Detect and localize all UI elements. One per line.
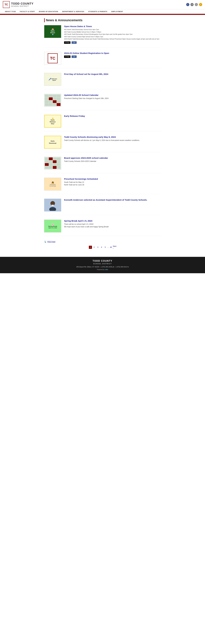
school-name-line1: TODD COUNTY (11, 2, 33, 5)
page-item-4[interactable]: 4 (100, 246, 103, 249)
news-body-registration: 2024-25 Online Student Registration Is O… (64, 52, 161, 65)
translate-icon[interactable]: A (199, 3, 202, 6)
news-title-spring-break[interactable]: Spring Break April 1-5, 2024 (64, 220, 161, 222)
news-item-preschool-screenings: 👧 PreschoolScreenings Preschool Screenin… (44, 178, 161, 194)
top-icons: f ✉ ⌕ A (186, 3, 202, 6)
facebook-icon[interactable]: f (186, 3, 189, 6)
logo-area: TC TODD COUNTY SCHOOL DISTRICT (3, 1, 33, 8)
email-icon[interactable]: ✉ (191, 3, 194, 6)
nav-item-board[interactable]: BOARD OF EDUCATION (37, 9, 60, 14)
logo-letters: TC (4, 3, 8, 6)
footer-edlio: Powered by edlio (3, 269, 202, 270)
news-title-early-release[interactable]: Early Release Friday (64, 115, 161, 117)
news-title-board-calendar[interactable]: Board approves 2024-2025 school calendar (64, 157, 161, 159)
school-logo: TC (3, 1, 10, 8)
footer-address: 205 Airport Rd. Elkton, KY 42220 (76, 266, 99, 268)
footer-contact: 205 Airport Rd. Elkton, KY 42220 | (270)… (3, 266, 202, 268)
news-title-kenneth-anderson[interactable]: Kenneth Anderson selected as Assistant S… (64, 199, 161, 201)
tc-logo-registration: TC (48, 53, 58, 63)
school-name-block: TODD COUNTY SCHOOL DISTRICT (11, 2, 33, 7)
news-text-school-calendar: Preschool Starting Date has changed to A… (64, 97, 161, 100)
news-thumb-early-dismissal: EarlyDismissal (44, 136, 61, 148)
school-name-line2: SCHOOL DISTRICT (11, 5, 33, 7)
footer-school-sub: SCHOOL DISTRICT (3, 263, 202, 264)
main-nav: ABOUT TCSD FACULTY & STAFF BOARD OF EDUC… (0, 9, 205, 14)
nav-item-department[interactable]: DEPARTMENT & SERVICES (60, 9, 86, 14)
news-item-spring-break: 🌸 Spring Break April 1-5, 2024 Spring Br… (44, 220, 161, 236)
news-title-preschool-screenings[interactable]: Preschool Screenings Scheduled (64, 178, 161, 180)
person-photo-svg (47, 199, 58, 211)
news-title-first-day[interactable]: First Day of School set for August 9th, … (64, 73, 161, 75)
search-icon[interactable]: ⌕ (195, 3, 198, 6)
page-item-1[interactable]: 1 (89, 246, 92, 249)
news-body-kenneth-anderson: Kenneth Anderson selected as Assistant S… (64, 199, 161, 212)
news-item-early-release: 🟡 EarlyReleaseDay! Early Release Friday (44, 115, 161, 131)
news-item-open-house: 🏫 OpenHouse 🌍 Open House Dates & Times •… (44, 25, 161, 47)
news-thumb-early-release: 🟡 EarlyReleaseDay! (44, 115, 61, 128)
page-ellipsis: ... (107, 246, 109, 248)
pagination: 1 2 3 4 5 ... 48 Next › (44, 246, 161, 249)
news-actions-registration: X Post Like (64, 56, 161, 58)
news-title-open-house[interactable]: Open House Dates & Times (64, 25, 161, 28)
news-thumb-open-house: 🏫 OpenHouse 🌍 (44, 25, 61, 38)
nav-item-faculty[interactable]: FACULTY & STAFF (18, 9, 37, 14)
news-body-preschool-screenings: Preschool Screenings Scheduled South Tod… (64, 178, 161, 190)
heading-accent-bar (44, 18, 45, 22)
footer-edlio-label: edlio (105, 269, 108, 270)
news-body-spring-break: Spring Break April 1-5, 2024 There will … (64, 220, 161, 232)
news-text-spring-break: There will be no school April 1-5, 2024!… (64, 223, 161, 228)
news-thumb-kenneth-anderson (44, 199, 61, 212)
news-item-kenneth-anderson: Kenneth Anderson selected as Assistant S… (44, 199, 161, 215)
page-item-5[interactable]: 5 (104, 246, 107, 249)
section-heading: News & Announcements (44, 18, 161, 22)
content-area: News & Announcements 🏫 OpenHouse 🌍 Open … (41, 15, 164, 257)
page-next-button[interactable]: Next › (113, 246, 116, 249)
like-button-open-house[interactable]: Like (72, 41, 76, 44)
page-item-2[interactable]: 2 (93, 246, 96, 249)
xpost-button-registration[interactable]: X Post (64, 56, 70, 58)
news-body-school-calendar: Updated 2024-25 School Calendar Preschoo… (64, 94, 161, 107)
news-thumb-first-day: 🖊️ WelcomeBack! (44, 73, 61, 86)
news-body-early-dismissal: Todd County Schools dismissing early May… (64, 136, 161, 148)
news-thumb-preschool-screenings: 👧 PreschoolScreenings (44, 178, 61, 190)
news-thumb-spring-break: 🌸 Spring Break April 1-5, 2024 (44, 220, 61, 232)
news-body-open-house: Open House Dates & Times •8/1 North Todd… (64, 25, 161, 44)
news-text-preschool-screenings: South Todd set for May 13 North Todd set… (64, 181, 161, 186)
section-title: News & Announcements (46, 18, 82, 22)
news-text-open-house: •8/1 North Todd Elementary School from 4… (64, 28, 161, 40)
top-bar: TC TODD COUNTY SCHOOL DISTRICT f ✉ ⌕ A (0, 0, 205, 9)
xpost-button-open-house[interactable]: X Post (64, 41, 70, 44)
news-thumb-registration: TC (44, 52, 61, 65)
page-item-3[interactable]: 3 (96, 246, 99, 249)
nav-item-employment[interactable]: EMPLOYMENT (109, 9, 125, 14)
page-item-48[interactable]: 48 (109, 246, 112, 249)
like-button-registration[interactable]: Like (72, 56, 76, 58)
news-item-board-calendar: Board approves 2024-2025 school calendar… (44, 157, 161, 173)
footer-fax: (270) 265-5414 fx (116, 266, 129, 268)
news-title-school-calendar[interactable]: Updated 2024-25 School Calendar (64, 94, 161, 96)
rss-section: 📡 RSS Feed (44, 240, 161, 243)
nav-item-about[interactable]: ABOUT TCSD (3, 9, 18, 14)
news-item-school-calendar: Updated 2024-25 School Calendar Preschoo… (44, 94, 161, 110)
nav-item-students[interactable]: STUDENTS & PARENTS (86, 9, 109, 14)
news-item-early-dismissal: EarlyDismissal Todd County Schools dismi… (44, 136, 161, 152)
footer-powered-by: Powered by (97, 269, 104, 270)
news-body-early-release: Early Release Friday (64, 115, 161, 128)
news-item-first-day: 🖊️ WelcomeBack! First Day of School set … (44, 73, 161, 89)
news-body-board-calendar: Board approves 2024-2025 school calendar… (64, 157, 161, 170)
rss-icon: 📡 (44, 240, 46, 243)
news-thumb-board-calendar (44, 157, 61, 170)
news-title-registration[interactable]: 2024-25 Online Student Registration Is O… (64, 52, 161, 54)
svg-rect-3 (51, 205, 54, 206)
news-text-board-calendar: Todd County Schools 2024-2025 Calendar (64, 160, 161, 162)
news-actions-open-house: X Post Like (64, 41, 161, 44)
rss-feed-link[interactable]: RSS Feed (47, 241, 55, 243)
news-text-early-dismissal: Todd County Schools will dismiss at 1 pm… (64, 139, 161, 142)
news-item-registration: TC 2024-25 Online Student Registration I… (44, 52, 161, 68)
news-title-early-dismissal[interactable]: Todd County Schools dismissing early May… (64, 136, 161, 138)
news-body-first-day: First Day of School set for August 9th, … (64, 73, 161, 86)
footer-phone: (270) 265-2436 ph (101, 266, 114, 268)
footer-school-name: TODD COUNTY (3, 260, 202, 262)
site-footer: TODD COUNTY SCHOOL DISTRICT 205 Airport … (0, 257, 205, 273)
news-thumb-school-calendar (44, 94, 61, 107)
